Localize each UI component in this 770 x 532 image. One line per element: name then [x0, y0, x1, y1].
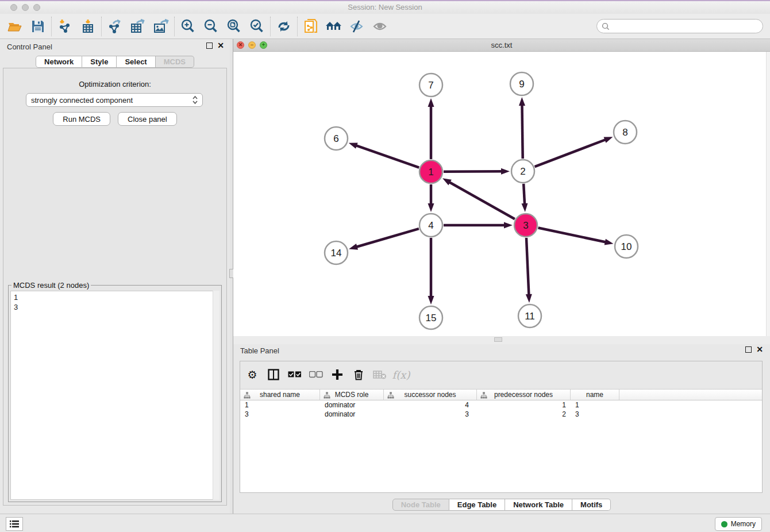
column-header-successor-nodes[interactable]: successor nodes	[384, 390, 477, 400]
graph-node-2[interactable]: 2	[511, 160, 534, 183]
hierarchy-icon	[324, 392, 330, 399]
close-panel-icon[interactable]: ✕	[756, 346, 763, 353]
graph-edge-2-3[interactable]	[523, 184, 525, 205]
export-network-button[interactable]	[103, 16, 126, 37]
clone-network-button[interactable]	[299, 16, 322, 37]
deselect-all-rows-button[interactable]	[307, 366, 325, 383]
close-panel-icon[interactable]: ✕	[217, 43, 224, 49]
home-neighbors-button[interactable]	[322, 16, 345, 37]
export-network-icon	[107, 19, 122, 34]
tab-style[interactable]: Style	[82, 56, 117, 68]
graph-node-8[interactable]: 8	[614, 121, 637, 144]
graph-node-15[interactable]: 15	[419, 306, 442, 329]
edge-arrowhead-icon	[349, 244, 358, 250]
graph-node-1[interactable]: 1	[419, 160, 442, 183]
tab-network-table[interactable]: Network Table	[505, 499, 572, 511]
graph-node-11[interactable]: 11	[518, 304, 541, 327]
search-field[interactable]	[596, 19, 763, 33]
graph-edge-3-1[interactable]	[448, 182, 514, 219]
search-input[interactable]	[610, 22, 763, 30]
tab-node-table[interactable]: Node Table	[392, 499, 449, 511]
close-panel-button[interactable]: Close panel	[118, 112, 177, 126]
optimization-criterion-select[interactable]: strongly connected component	[26, 93, 203, 107]
result-scrollbar[interactable]	[213, 291, 220, 500]
graph-edge-4-14[interactable]	[356, 229, 419, 247]
column-header-mcds-role[interactable]: MCDS role	[320, 390, 384, 400]
import-table-button[interactable]	[76, 16, 99, 37]
column-header-name[interactable]: name	[571, 390, 619, 400]
graph-node-9[interactable]: 9	[510, 72, 533, 95]
show-columns-button[interactable]	[265, 366, 282, 383]
cell-shared-name[interactable]: 1	[240, 400, 320, 410]
tab-select[interactable]: Select	[117, 56, 155, 68]
graph-edge-2-9[interactable]	[522, 104, 522, 159]
cell-mcds-role[interactable]: dominator	[320, 400, 384, 410]
cell-predecessor-nodes[interactable]: 1	[477, 400, 571, 410]
export-table-button[interactable]	[126, 16, 149, 37]
table-row[interactable]: 1 dominator 4 1 1	[240, 400, 762, 410]
graph-node-14[interactable]: 14	[325, 241, 348, 264]
cell-predecessor-nodes[interactable]: 2	[477, 410, 571, 419]
import-network-button[interactable]	[53, 16, 76, 37]
zoom-fit-button[interactable]	[222, 16, 245, 37]
graph-node-7[interactable]: 7	[419, 74, 442, 97]
add-column-button[interactable]	[329, 366, 346, 383]
edge-arrowhead-icon	[605, 239, 614, 245]
zoom-out-button[interactable]	[199, 16, 222, 37]
tab-motifs[interactable]: Motifs	[572, 499, 611, 511]
float-panel-icon[interactable]	[206, 43, 213, 49]
graph-edge-3-10[interactable]	[538, 228, 607, 242]
zoom-in-button[interactable]	[176, 16, 199, 37]
graph-edge-2-8[interactable]	[535, 139, 607, 167]
open-session-button[interactable]	[3, 16, 26, 37]
mcds-result-text[interactable]: 1 3	[10, 291, 220, 500]
divider-grip[interactable]	[494, 337, 502, 342]
cell-name[interactable]: 1	[571, 400, 619, 410]
graph-edge-3-11[interactable]	[526, 238, 529, 296]
select-all-rows-button[interactable]	[286, 366, 303, 383]
graph-edge-1-2[interactable]	[444, 171, 503, 172]
column-label: MCDS role	[335, 391, 369, 399]
eye-slash-icon	[349, 20, 365, 33]
table-row[interactable]: 3 dominator 3 2 3	[240, 410, 762, 419]
tab-network[interactable]: Network	[36, 56, 82, 68]
memory-button[interactable]: Memory	[715, 517, 762, 531]
network-vertical-scrollbar[interactable]	[766, 52, 770, 336]
save-session-button[interactable]	[26, 16, 49, 37]
columns-icon	[268, 369, 279, 380]
tab-mcds[interactable]: MCDS	[156, 56, 194, 68]
refresh-view-button[interactable]	[272, 16, 295, 37]
cell-mcds-role[interactable]: dominator	[320, 410, 384, 419]
show-all-button[interactable]	[368, 16, 391, 37]
table-settings-button[interactable]: ⚙	[244, 366, 261, 383]
tab-edge-table[interactable]: Edge Table	[449, 499, 505, 511]
graph-node-3[interactable]: 3	[514, 214, 537, 237]
zoom-out-icon	[203, 19, 218, 34]
task-history-button[interactable]	[6, 517, 23, 531]
horizontal-split-divider[interactable]	[233, 336, 770, 344]
svg-text:2: 2	[520, 166, 525, 177]
hierarchy-icon	[244, 392, 251, 399]
graph-edge-1-6[interactable]	[355, 145, 419, 168]
column-header-shared-name[interactable]: shared name	[240, 390, 320, 400]
cell-shared-name[interactable]: 3	[240, 410, 320, 419]
cell-successor-nodes[interactable]: 4	[384, 400, 477, 410]
export-image-button[interactable]	[149, 16, 172, 37]
function-builder-button[interactable]: f(x)	[392, 366, 410, 383]
graph-node-6[interactable]: 6	[325, 127, 348, 150]
cell-successor-nodes[interactable]: 3	[384, 410, 477, 419]
svg-text:8: 8	[622, 127, 627, 138]
zoom-selected-button[interactable]	[245, 16, 268, 37]
run-mcds-button[interactable]: Run MCDS	[53, 112, 110, 126]
network-window-titlebar[interactable]: ✕ − + scc.txt	[233, 39, 770, 52]
column-header-predecessor-nodes[interactable]: predecessor nodes	[477, 390, 571, 400]
cell-name[interactable]: 3	[571, 410, 619, 419]
network-canvas[interactable]: 7968124314101511	[233, 52, 770, 336]
delete-column-button[interactable]	[350, 366, 367, 383]
float-panel-icon[interactable]	[745, 346, 752, 353]
hide-selected-button[interactable]	[345, 16, 368, 37]
svg-text:10: 10	[621, 241, 632, 252]
graph-node-4[interactable]: 4	[419, 214, 442, 237]
graph-node-10[interactable]: 10	[615, 235, 638, 258]
delete-table-button[interactable]	[371, 366, 388, 383]
